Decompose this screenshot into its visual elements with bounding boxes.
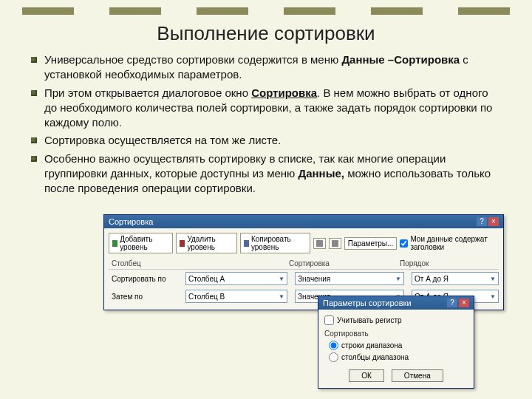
sort-direction-label: Сортировать <box>324 330 468 338</box>
rows-radio[interactable] <box>329 341 338 350</box>
copy-level-button[interactable]: Копировать уровень <box>240 233 310 253</box>
params-title: Параметры сортировки <box>323 299 412 307</box>
plus-icon <box>112 240 117 247</box>
chevron-down-icon: ▼ <box>490 276 496 282</box>
help-button[interactable]: ? <box>447 299 457 307</box>
decor-bar <box>0 7 532 18</box>
chevron-down-icon: ▼ <box>279 293 284 300</box>
chevron-down-icon: ▼ <box>279 276 284 282</box>
add-level-button[interactable]: Добавить уровень <box>109 233 173 253</box>
headers-checkbox[interactable] <box>400 239 408 248</box>
params-titlebar: Параметры сортировки ? × <box>318 296 474 310</box>
close-button[interactable]: × <box>488 217 499 226</box>
bullet-item: При этом открывается диалоговое окно Сор… <box>44 86 502 131</box>
params-button[interactable]: Параметры... <box>344 237 398 250</box>
sort-dialog-titlebar: Сортировка ? × <box>104 215 503 228</box>
move-up-button[interactable] <box>313 238 326 249</box>
cols-radio[interactable] <box>329 352 338 362</box>
sort-grid-header: Столбец Сортировка Порядок <box>109 258 499 270</box>
cancel-button[interactable]: Отмена <box>392 369 443 382</box>
ok-button[interactable]: ОК <box>349 369 384 382</box>
rows-radio-label: строки диапазона <box>341 341 402 349</box>
x-icon <box>180 240 185 247</box>
slide-title: Выполнение сортировки <box>0 22 532 45</box>
headers-checkbox-label: Мои данные содержат заголовки <box>410 235 499 251</box>
copy-icon <box>244 240 249 247</box>
cols-radio-label: столбцы диапазона <box>341 353 409 361</box>
sorton-select[interactable]: Значения▼ <box>295 272 404 285</box>
sort-params-dialog: Параметры сортировки ? × Учитывать регис… <box>318 296 474 389</box>
column-select[interactable]: Столбец B▼ <box>185 290 287 303</box>
case-label: Учитывать регистр <box>337 316 402 324</box>
close-button[interactable]: × <box>459 299 469 307</box>
sort-dialog-title: Сортировка <box>109 217 153 226</box>
bullet-item: Универсальное средство сортировки содерж… <box>44 52 502 83</box>
chevron-down-icon: ▼ <box>395 276 401 282</box>
bullet-item: Особенно важно осуществлять сортировку в… <box>44 151 502 197</box>
arrow-down-icon <box>332 240 338 247</box>
slide-content: Универсальное средство сортировки содерж… <box>0 52 532 196</box>
chevron-down-icon: ▼ <box>490 293 496 300</box>
sort-row: Сортировать по Столбец A▼ Значения▼ От А… <box>109 270 499 287</box>
order-select[interactable]: От А до Я▼ <box>412 272 499 285</box>
move-down-button[interactable] <box>329 238 341 249</box>
help-button[interactable]: ? <box>477 217 487 226</box>
case-checkbox[interactable] <box>324 316 334 325</box>
sort-toolbar: Добавить уровень Удалить уровень Копиров… <box>109 233 499 253</box>
column-select[interactable]: Столбец A▼ <box>185 272 287 285</box>
bullet-item: Сортировка осуществляется на том же лист… <box>44 133 502 148</box>
delete-level-button[interactable]: Удалить уровень <box>176 233 236 253</box>
arrow-up-icon <box>316 240 323 247</box>
